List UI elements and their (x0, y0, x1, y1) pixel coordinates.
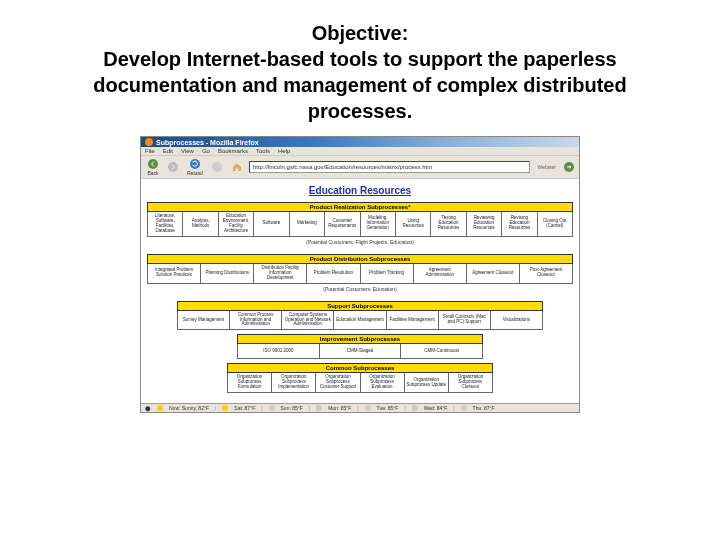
list-item[interactable]: Problem Tracking (361, 264, 414, 283)
list-item[interactable]: Distribution Facility Information Develo… (254, 264, 307, 283)
list-item[interactable]: Marketing (290, 212, 325, 236)
list-item[interactable]: Organization Subprocess Update (405, 373, 449, 392)
section-bar: Product Realization Subprocesses* (147, 202, 573, 212)
list-item[interactable]: Closing Out (Cancel) (538, 212, 573, 236)
cloud-icon (365, 405, 371, 411)
section-bar: Common Subprocesses (227, 363, 493, 373)
list-item[interactable]: Customer Requirements (325, 212, 360, 236)
list-item[interactable]: Organization Subprocess Customer Support (316, 373, 360, 392)
section-common: Common Subprocesses Organization Subproc… (227, 363, 493, 393)
browser-window: Subprocesses - Mozilla Firefox File Edit… (140, 136, 580, 413)
list-item[interactable]: Problem Resolution (307, 264, 360, 283)
list-item[interactable]: Education Management (334, 311, 386, 330)
list-item[interactable]: Education Environment, Facility Architec… (219, 212, 254, 236)
weather-mon: Mon: 85°F (328, 405, 351, 411)
cloud-icon (412, 405, 418, 411)
status-indicator: ⬤ (145, 405, 151, 411)
back-label: Back (147, 170, 158, 176)
menubar: File Edit View Go Bookmarks Tools Help (141, 147, 579, 156)
list-item[interactable]: Using Resources (396, 212, 431, 236)
weather-tue: Tue: 85°F (377, 405, 399, 411)
slide-title-rest: Develop Internet-based tools to support … (40, 46, 680, 124)
list-item[interactable]: Reviewing Education Resources (467, 212, 502, 236)
list-item[interactable]: Small Contracts (Mac and PC) Support (439, 311, 491, 330)
list-item[interactable]: Agreement Administration (414, 264, 467, 283)
go-icon[interactable] (563, 161, 575, 173)
menu-tools[interactable]: Tools (256, 148, 270, 154)
cloud-icon (269, 405, 275, 411)
section-improvement: Improvement Subprocesses ISO 9001:2000 C… (237, 334, 483, 359)
svg-point-0 (148, 159, 158, 169)
section-bar: Product Distribution Subprocesses (147, 254, 573, 264)
window-titlebar: Subprocesses - Mozilla Firefox (141, 137, 579, 147)
home-icon (231, 161, 243, 173)
list-item[interactable]: Facilities Management (387, 311, 439, 330)
sun-icon (222, 405, 228, 411)
sun-icon (157, 405, 163, 411)
list-item[interactable]: Post-Agreement Closeout (520, 264, 573, 283)
weather-wed: Wed: 84°F (424, 405, 448, 411)
window-title: Subprocesses - Mozilla Firefox (156, 139, 259, 146)
cloud-icon (316, 405, 322, 411)
list-item[interactable]: ISO 9001:2000 (238, 344, 320, 358)
reload-button[interactable]: Reload (185, 158, 205, 176)
section-bar: Support Subprocesses (177, 301, 543, 311)
url-input[interactable] (249, 161, 531, 173)
reload-label: Reload (187, 170, 203, 176)
svg-point-1 (168, 162, 178, 172)
slide-title-line1: Objective: (40, 20, 680, 46)
section-support: Support Subprocesses Survey Management C… (177, 301, 543, 331)
firefox-icon (145, 138, 153, 146)
forward-arrow-icon (167, 161, 179, 173)
list-item[interactable]: Testing Education Resources (431, 212, 466, 236)
list-item[interactable]: Software (254, 212, 289, 236)
section-caption: (Potential Customers: Education) (147, 284, 573, 297)
list-item[interactable]: CMM-Staged (320, 344, 402, 358)
list-item[interactable]: Organization Subprocess Evaluation (361, 373, 405, 392)
list-item[interactable]: Organization Subprocess Implementation (272, 373, 316, 392)
list-item[interactable]: Planning Distributions (201, 264, 254, 283)
list-item[interactable]: Organization Subprocess Formulation (228, 373, 272, 392)
list-item[interactable]: Common Process Information and Administr… (230, 311, 282, 330)
list-item[interactable]: Integrated Problem Solution Practices (148, 264, 201, 283)
page-heading: Education Resources (147, 185, 573, 196)
list-item[interactable]: Agreement Closeout (467, 264, 520, 283)
list-item[interactable]: Modeling, Information Generation (361, 212, 396, 236)
list-item[interactable]: Survey Management (178, 311, 230, 330)
section-caption: (Potential Customers: Flight Projects, E… (147, 237, 573, 250)
list-item[interactable]: Visualizations (491, 311, 543, 330)
list-item[interactable]: CMM-Continuous (401, 344, 483, 358)
home-button[interactable] (229, 161, 245, 173)
webster-badge[interactable]: Webster (534, 164, 559, 170)
menu-go[interactable]: Go (202, 148, 210, 154)
list-item[interactable]: Analysis, Methods (183, 212, 218, 236)
weather-now: Now: Sunny, 82°F (169, 405, 209, 411)
back-arrow-icon (147, 158, 159, 170)
list-item[interactable]: Organization Subprocess Closeout (449, 373, 493, 392)
svg-point-2 (190, 159, 200, 169)
list-item[interactable]: Revising Education Resources (502, 212, 537, 236)
statusbar: ⬤ Now: Sunny, 82°F | Sat: 87°F | Sun: 85… (141, 403, 579, 412)
slide-title: Objective: Develop Internet-based tools … (0, 0, 720, 132)
back-button[interactable]: Back (145, 158, 161, 176)
weather-sat: Sat: 87°F (234, 405, 255, 411)
stop-button[interactable] (209, 161, 225, 173)
menu-edit[interactable]: Edit (163, 148, 173, 154)
menu-bookmarks[interactable]: Bookmarks (218, 148, 248, 154)
weather-sun: Sun: 85°F (281, 405, 303, 411)
svg-point-3 (212, 162, 222, 172)
cloud-icon (461, 405, 467, 411)
reload-icon (189, 158, 201, 170)
toolbar: Back Reload Webster (141, 156, 579, 179)
menu-view[interactable]: View (181, 148, 194, 154)
forward-button[interactable] (165, 161, 181, 173)
section-cells: Integrated Problem Solution Practices Pl… (147, 264, 573, 284)
section-bar: Improvement Subprocesses (237, 334, 483, 344)
menu-help[interactable]: Help (278, 148, 290, 154)
menu-file[interactable]: File (145, 148, 155, 154)
list-item[interactable]: Literature, Software, Facilities, Databa… (148, 212, 183, 236)
section-cells: Organization Subprocess Formulation Orga… (227, 373, 493, 393)
page-content: Education Resources Product Realization … (141, 179, 579, 403)
section-product-distribution: Product Distribution Subprocesses Integr… (147, 254, 573, 297)
list-item[interactable]: Computer Systems Operation and Network A… (282, 311, 334, 330)
